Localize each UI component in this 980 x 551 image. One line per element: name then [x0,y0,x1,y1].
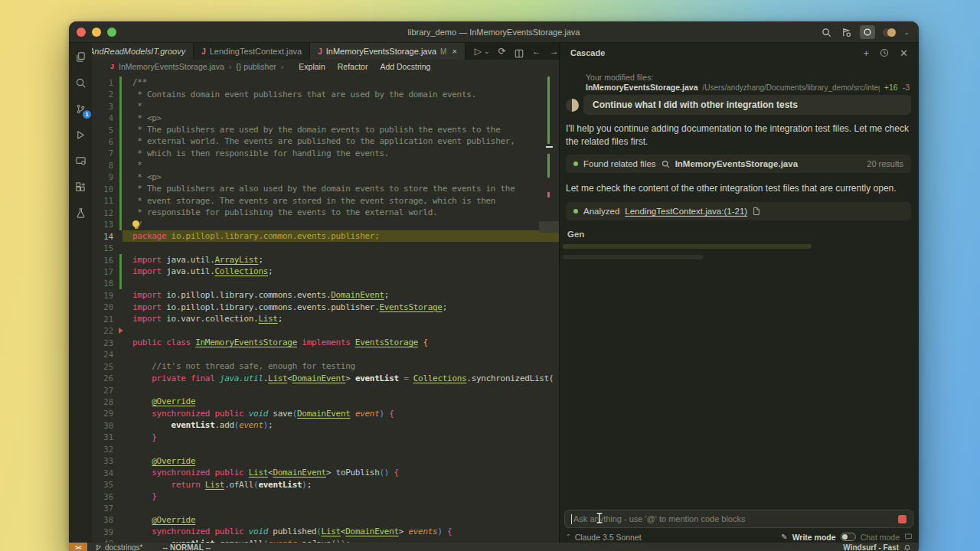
line-number[interactable]: 20 [92,302,119,311]
analyzed-file-link[interactable]: LendingTestContext.java:(1-21) [625,207,747,216]
line-number[interactable]: 32 [92,445,119,454]
code-line[interactable]: 31 } [92,432,559,443]
line-number[interactable]: 13 [92,220,119,229]
scrollbar-thumb[interactable] [539,221,559,233]
refactor-action[interactable]: Refactor [338,62,368,71]
code-line[interactable]: 16import java.util.ArrayList; [92,254,559,266]
code-line[interactable]: 20import io.pillopl.library.commons.even… [92,302,559,313]
explorer-icon[interactable] [71,47,90,66]
code-line[interactable]: 9 * <p> [92,171,559,183]
line-number[interactable]: 18 [92,279,119,288]
close-tab-icon[interactable]: × [452,47,456,56]
history-icon[interactable] [880,48,889,57]
run-debug-icon[interactable] [71,126,90,144]
line-number[interactable]: 26 [92,373,119,383]
tab-inmemoryeventsstorage[interactable]: J InMemoryEventsStorage.java M × [310,43,466,60]
line-number[interactable]: 39 [92,527,119,536]
code-line[interactable]: 36 } [92,491,559,502]
code-line[interactable]: 4 * <p> [92,112,559,123]
tab-andreadmodelsit[interactable]: AndReadModelsIT.groovy [92,43,194,60]
line-number[interactable]: 19 [92,291,119,300]
line-number[interactable]: 16 [92,256,119,265]
line-number[interactable]: 24 [92,350,119,359]
code-line[interactable]: 17import java.util.Collections; [92,266,559,277]
code-line[interactable]: 28 @Override [92,396,559,407]
line-number[interactable]: 29 [92,409,119,418]
tool-card-analyzed[interactable]: Analyzed LendingTestContext.java:(1-21) [566,202,911,220]
testing-icon[interactable] [71,204,90,222]
code-line[interactable]: 25 //it's not thread safe, enough for te… [92,360,559,372]
code-line[interactable]: 15 [92,242,559,253]
tab-lendingtestcontext[interactable]: J LendingTestContext.java [194,43,310,60]
line-number[interactable]: 12 [92,208,119,217]
code-line[interactable]: 32 [92,443,559,455]
explain-action[interactable]: Explain [299,62,325,71]
line-number[interactable]: 11 [92,196,119,205]
split-editor-icon[interactable] [514,45,524,58]
close-icon[interactable]: ✕ [900,47,908,59]
cascade-input[interactable]: Ask anything - use '@' to mention code b… [564,510,913,528]
zoom-window-button[interactable] [107,28,116,37]
code-line[interactable]: 38 @Override [92,514,559,526]
breadcrumb-file[interactable]: InMemoryEventsStorage.java [119,62,224,71]
line-number[interactable]: 30 [92,421,119,430]
modified-file-name[interactable]: InMemoryEventsStorage.java [586,83,697,92]
code-line[interactable]: 27 [92,384,559,396]
run-icon[interactable]: ▷ [475,43,482,60]
source-control-icon[interactable]: 1 [71,99,90,118]
line-number[interactable]: 22 [92,326,119,335]
line-number[interactable]: 25 [92,362,119,371]
code-line[interactable]: 2 * Contains domain event publishers tha… [92,88,559,99]
stop-button[interactable] [898,515,906,523]
line-number[interactable]: 3 [92,102,119,111]
line-number[interactable]: 15 [92,243,119,253]
remote-icon[interactable] [71,152,90,170]
code-line[interactable]: 19import io.pillopl.library.commons.even… [92,289,559,301]
line-number[interactable]: 6 [92,137,119,146]
code-line[interactable]: 39 synchronized public void published(Li… [92,526,559,537]
code-line[interactable]: 6 * external world. The events are publi… [92,135,559,147]
line-number[interactable]: 37 [92,504,119,513]
line-number[interactable]: 10 [92,184,119,194]
extensions-icon[interactable] [71,178,90,196]
line-number[interactable]: 4 [92,113,119,122]
code-line[interactable]: 23public class InMemoryEventsStorage imp… [92,337,559,348]
tool-card-found-related-files[interactable]: Found related files InMemoryEventsStorag… [566,155,911,173]
code-line[interactable]: 8 * [92,159,559,171]
code-line[interactable]: 29 synchronized public void save(DomainE… [92,408,559,419]
publish-icon[interactable] [840,26,852,38]
code-editor[interactable]: 1/**2 * Contains domain event publishers… [92,73,559,543]
line-number[interactable]: 8 [92,161,119,170]
breadcrumb-symbol[interactable]: {} publisher [236,62,276,71]
line-number[interactable]: 17 [92,267,119,276]
line-number[interactable]: 28 [92,397,119,406]
line-number[interactable]: 36 [92,492,119,501]
code-line[interactable]: 24 [92,348,559,360]
back-icon[interactable]: ← [532,43,541,60]
line-number[interactable]: 1 [92,78,119,87]
modified-file-row[interactable]: InMemoryEventsStorage.java /Users/andyzh… [586,83,910,92]
add-docstring-action[interactable]: Add Docstring [380,62,430,71]
code-line[interactable]: 34 synchronized public List<DomainEvent>… [92,467,559,478]
close-window-button[interactable] [77,28,86,37]
code-line[interactable]: 1/** [92,77,559,88]
line-number[interactable]: 27 [92,386,119,395]
plus-icon[interactable]: + [864,47,870,59]
forward-icon[interactable]: → [550,43,559,60]
model-selector[interactable]: ⌃ Claude 3.5 Sonnet [566,533,642,542]
code-line[interactable]: 14package io.pillopl.library.common.even… [92,230,559,242]
code-line[interactable]: 12 * responsible for publishing the even… [92,207,559,218]
code-line[interactable]: 21import io.vavr.collection.List; [92,313,559,324]
code-line[interactable]: 11 * event storage. The events are store… [92,195,559,207]
code-line[interactable]: 7 * which is then responsible for handli… [92,148,559,159]
branch-indicator[interactable]: docstrings* [95,543,142,551]
line-number[interactable]: 35 [92,480,119,489]
mode-toggle[interactable] [841,533,856,541]
line-number[interactable]: 7 [92,148,119,158]
sync-icon[interactable]: ⟳ [498,43,506,60]
code-line[interactable]: 35 return List.ofAll(eventList); [92,478,559,490]
chevron-down-icon[interactable]: ⌄ [903,28,910,36]
remote-indicator[interactable]: >< [69,543,87,551]
bell-icon[interactable] [903,544,911,551]
search-icon[interactable] [71,73,90,92]
